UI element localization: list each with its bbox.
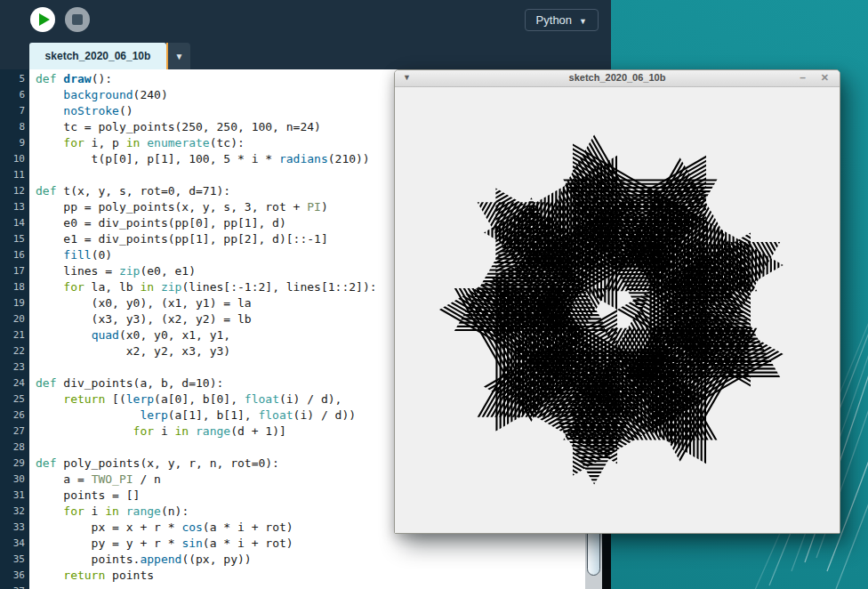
- line-number: 36: [0, 568, 29, 584]
- line-number: 37: [0, 584, 29, 589]
- minimize-button[interactable]: –: [800, 71, 806, 84]
- line-number: 7: [0, 103, 29, 119]
- close-button[interactable]: ✕: [821, 72, 829, 84]
- line-number: 12: [0, 183, 29, 199]
- line-number: 15: [0, 231, 29, 247]
- line-number: 11: [0, 167, 29, 183]
- line-number: 34: [0, 536, 29, 552]
- code-line: return points: [29, 568, 585, 584]
- line-number: 30: [0, 472, 29, 488]
- tab-sketch[interactable]: sketch_2020_06_10b: [29, 43, 166, 69]
- sketch-window-title: sketch_2020_06_10b: [395, 72, 840, 83]
- line-number: 25: [0, 391, 29, 407]
- mode-selector-button[interactable]: Python ▼: [525, 9, 599, 31]
- sketch-window-titlebar[interactable]: ▼ sketch_2020_06_10b – ✕: [395, 70, 840, 87]
- line-number: 28: [0, 440, 29, 456]
- code-line: [29, 584, 585, 589]
- line-number: 16: [0, 247, 29, 263]
- line-number: 13: [0, 199, 29, 215]
- line-number: 18: [0, 279, 29, 295]
- line-number: 6: [0, 87, 29, 103]
- run-button[interactable]: [30, 7, 55, 32]
- stop-button[interactable]: [65, 7, 90, 32]
- code-line: points.append((px, py)): [29, 552, 585, 568]
- play-icon: [39, 13, 50, 26]
- line-number: 26: [0, 407, 29, 424]
- line-number: 14: [0, 215, 29, 231]
- line-number: 29: [0, 456, 29, 472]
- line-number-gutter: 5678910111213141516171819202122232425262…: [0, 69, 29, 589]
- line-number: 35: [0, 552, 29, 568]
- line-number: 19: [0, 295, 29, 311]
- line-number: 31: [0, 488, 29, 504]
- line-number: 22: [0, 343, 29, 359]
- tab-dropdown-button[interactable]: ▼: [168, 43, 190, 69]
- line-number: 24: [0, 375, 29, 391]
- chevron-down-icon: ▼: [175, 52, 184, 61]
- ide-toolbar: Python ▼: [0, 0, 611, 43]
- code-line: py = y + r * sin(a * i + rot): [29, 536, 585, 552]
- line-number: 5: [0, 71, 29, 87]
- line-number: 27: [0, 424, 29, 440]
- line-number: 21: [0, 327, 29, 343]
- line-number: 9: [0, 135, 29, 151]
- line-number: 10: [0, 151, 29, 167]
- stop-icon: [72, 14, 83, 25]
- sketch-output-window: ▼ sketch_2020_06_10b – ✕: [394, 69, 840, 534]
- screen: { "desktop": { "teal": "#14878f" }, "ide…: [0, 0, 868, 589]
- line-number: 23: [0, 359, 29, 375]
- line-number: 17: [0, 263, 29, 279]
- sketch-canvas: [395, 87, 840, 533]
- line-number: 33: [0, 520, 29, 536]
- line-number: 20: [0, 311, 29, 327]
- tab-bar: sketch_2020_06_10b ▼: [0, 43, 611, 69]
- line-number: 8: [0, 119, 29, 135]
- line-number: 32: [0, 504, 29, 520]
- chevron-down-icon: ▼: [579, 17, 587, 26]
- mode-label: Python: [536, 13, 572, 27]
